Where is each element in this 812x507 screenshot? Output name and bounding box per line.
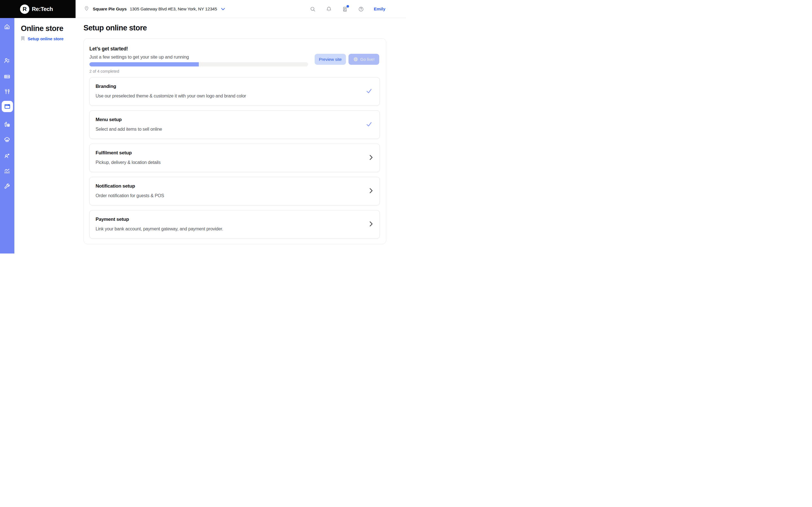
user-menu[interactable]: Emily (374, 6, 386, 11)
setup-step-payment[interactable]: Payment setup Link your bank account, pa… (89, 210, 380, 238)
brand-block: R Re:Tech (0, 0, 75, 18)
step-title: Branding (96, 83, 116, 89)
sidebar: $ (0, 18, 14, 253)
location-address: 1305 Gateway Blvd #E3, New York, NY 1234… (130, 6, 217, 11)
sidebar-item-tools[interactable] (4, 183, 10, 189)
chevron-right-icon (370, 221, 373, 228)
sidebar-item-loyalty[interactable] (4, 152, 10, 159)
step-title: Fulfilment setup (96, 150, 132, 156)
bookmark-icon (21, 36, 25, 41)
check-icon (365, 121, 373, 129)
sidebar-item-payouts[interactable]: $ (4, 73, 10, 80)
sidebar-item-online-store[interactable] (2, 101, 13, 112)
location-pin-icon (84, 5, 90, 13)
brand-logo-icon: R (20, 4, 29, 14)
sidebar-item-home[interactable] (4, 23, 10, 30)
progress-label: 2 of 4 completed (89, 69, 119, 73)
getting-started-title: Let’s get started! (89, 46, 128, 52)
setup-step-branding[interactable]: Branding Use our preselected theme & cus… (89, 77, 380, 106)
page-title: Online store (21, 24, 63, 33)
chevron-right-icon (370, 155, 373, 161)
setup-progress-bar (89, 62, 308, 66)
step-description: Select and add items to sell online (96, 127, 162, 132)
step-description: Order notification for guests & POS (96, 193, 164, 198)
go-live-button[interactable]: Go live! (349, 54, 379, 65)
check-icon (365, 87, 373, 96)
getting-started-subtitle: Just a few settings to get your site up … (89, 54, 189, 60)
setup-step-fulfilment[interactable]: Fulfilment setup Pickup, delivery & loca… (89, 144, 380, 172)
setup-step-menu[interactable]: Menu setup Select and add items to sell … (89, 110, 380, 139)
step-title: Notification setup (96, 183, 135, 189)
sidebar-item-orders[interactable] (4, 121, 10, 128)
left-nav-label: Setup online store (28, 36, 63, 41)
location-name: Square Pie Guys (93, 6, 126, 11)
main-heading: Setup online store (84, 24, 147, 33)
sidebar-item-analytics[interactable] (4, 168, 10, 174)
step-description: Pickup, delivery & location details (96, 160, 160, 165)
topbar: R Re:Tech Square Pie Guys 1305 Gateway B… (0, 0, 406, 18)
setup-progress-fill (89, 62, 199, 66)
step-description: Use our preselected theme & customize it… (96, 94, 246, 99)
step-description: Link your bank account, payment gateway,… (96, 226, 223, 231)
chevron-down-icon (221, 8, 225, 10)
sidebar-item-dining[interactable] (4, 88, 10, 95)
brand-name: Re:Tech (32, 6, 53, 12)
search-icon[interactable] (310, 6, 316, 12)
notifications-bell-icon[interactable] (326, 6, 333, 12)
sidebar-item-kitchen[interactable] (4, 136, 10, 143)
step-title: Payment setup (96, 217, 129, 222)
preview-site-button[interactable]: Preview site (315, 54, 346, 65)
topbar-actions: Emily (310, 0, 406, 18)
changelog-unread-dot (347, 5, 349, 8)
sidebar-item-setup-online-store[interactable]: Setup online store (21, 36, 63, 41)
setup-step-notification[interactable]: Notification setup Order notification fo… (89, 177, 380, 205)
help-icon[interactable] (358, 6, 364, 12)
location-selector[interactable]: Square Pie Guys 1305 Gateway Blvd #E3, N… (84, 0, 225, 18)
setup-card: Let’s get started! Just a few settings t… (84, 38, 386, 244)
chevron-right-icon (370, 188, 373, 194)
getting-started-actions: Preview site Go live! (315, 54, 379, 65)
step-title: Menu setup (96, 117, 121, 122)
sidebar-item-customers[interactable] (4, 57, 10, 64)
changelog-icon[interactable] (342, 6, 349, 12)
globe-icon (353, 57, 358, 62)
brand-logo-letter: R (22, 6, 27, 12)
